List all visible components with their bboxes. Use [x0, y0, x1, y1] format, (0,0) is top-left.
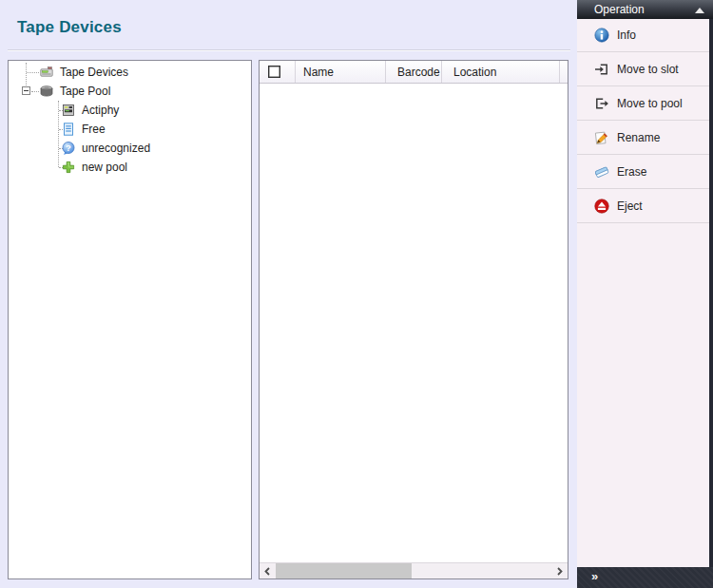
expand-right-icon: »	[591, 569, 598, 583]
erase-button[interactable]: Erase	[577, 155, 709, 189]
column-header-location[interactable]: Location	[442, 61, 560, 83]
eject-button[interactable]: Eject	[577, 189, 709, 223]
scroll-left-button[interactable]	[260, 563, 276, 579]
scroll-right-button[interactable]	[551, 563, 568, 579]
tree-item-label: Tape Devices	[60, 66, 128, 79]
table-header-row: NameBarcodeLocation	[260, 61, 568, 84]
rename-icon	[594, 130, 609, 145]
bottom-expander-bar[interactable]: »	[577, 567, 713, 588]
erase-icon	[594, 164, 609, 180]
scrollbar-thumb[interactable]	[276, 563, 412, 579]
tree-item-actiphy[interactable]: Actiphy	[9, 101, 249, 120]
page-title: Tape Devices	[17, 18, 122, 37]
info-icon	[594, 28, 609, 43]
tree-item-free[interactable]: Free	[9, 120, 249, 139]
table-body-empty	[260, 84, 568, 562]
scrollbar-track[interactable]	[276, 563, 551, 579]
tape-tree-panel: Tape DevicesTape PoolActiphyFree?unrecog…	[8, 60, 252, 579]
operation-item-label: Eject	[617, 199, 643, 213]
tape-cartridge-icon	[61, 103, 76, 118]
operation-item-label: Move to pool	[617, 97, 683, 110]
plus-icon	[61, 160, 76, 175]
document-icon	[61, 122, 76, 137]
tree-item-unrecognized[interactable]: ?unrecognized	[9, 139, 249, 158]
column-header-label: Barcode	[397, 66, 440, 79]
info-button[interactable]: Info	[577, 18, 709, 52]
panel-edge	[709, 18, 713, 588]
column-header-label: Name	[303, 66, 334, 79]
column-header-filler	[560, 61, 568, 83]
column-header-name[interactable]: Name	[296, 61, 386, 83]
tree-item-label: Tape Pool	[60, 85, 110, 98]
chevron-right-icon	[555, 567, 564, 576]
media-table-panel: NameBarcodeLocation	[259, 60, 568, 579]
move-to-pool-icon	[594, 96, 609, 111]
svg-text:?: ?	[66, 142, 71, 153]
tree-item-label: new pool	[82, 161, 127, 174]
move-to-pool-button[interactable]: Move to pool	[577, 86, 709, 121]
eject-icon	[594, 199, 609, 214]
column-header-label: Location	[453, 66, 496, 79]
operation-item-label: Rename	[617, 131, 660, 144]
tree-item-tape-devices[interactable]: Tape Devices	[9, 63, 249, 82]
tree-item-label: unrecognized	[82, 142, 150, 155]
tape-drive-icon	[39, 65, 54, 80]
horizontal-scrollbar[interactable]	[260, 562, 568, 579]
operation-panel-title: Operation	[594, 3, 645, 16]
tree-item-tape-pool[interactable]: Tape Pool	[9, 82, 249, 101]
operation-item-label: Move to slot	[617, 63, 679, 76]
question-icon: ?	[61, 141, 76, 156]
operation-item-label: Erase	[617, 165, 646, 179]
tree-item-new-pool[interactable]: new pool	[9, 158, 249, 177]
move-to-slot-icon	[594, 62, 609, 77]
chevron-left-icon	[263, 567, 272, 576]
title-divider	[8, 49, 570, 51]
collapse-up-icon[interactable]	[695, 8, 704, 13]
operation-panel-header[interactable]: Operation	[577, 0, 713, 19]
column-header-barcode[interactable]: Barcode	[386, 61, 442, 83]
select-all-cell	[260, 61, 296, 83]
rename-button[interactable]: Rename	[577, 121, 709, 155]
tree-item-label: Free	[82, 123, 106, 136]
operation-panel: Operation InfoMove to slotMove to poolRe…	[577, 0, 713, 588]
operation-item-label: Info	[617, 28, 636, 42]
tree-item-label: Actiphy	[82, 104, 119, 117]
move-to-slot-button[interactable]: Move to slot	[577, 52, 709, 86]
select-all-checkbox[interactable]	[268, 66, 280, 78]
tape-pool-icon	[39, 84, 54, 99]
